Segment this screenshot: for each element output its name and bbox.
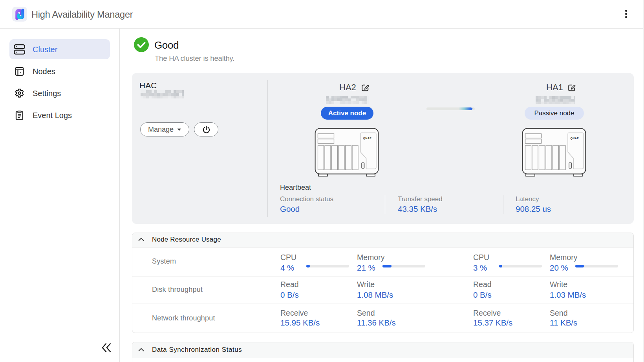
svg-text:QNAP: QNAP	[363, 137, 372, 140]
svg-text:QNAP: QNAP	[571, 137, 579, 140]
